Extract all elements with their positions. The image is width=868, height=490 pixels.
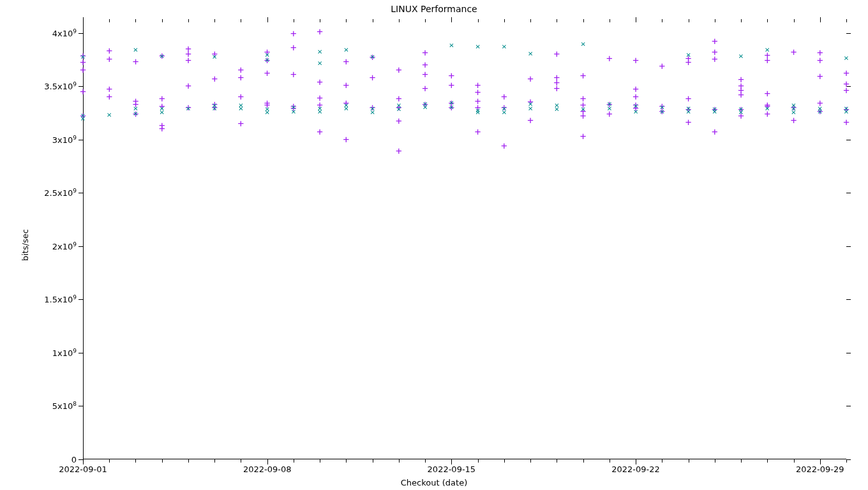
data-point-cross: ×	[423, 99, 428, 107]
data-point-cross: ×	[343, 100, 348, 108]
x-tick	[794, 459, 795, 463]
data-point-cross: ×	[791, 100, 797, 108]
data-point-plus: +	[343, 98, 350, 108]
data-point-plus: +	[211, 100, 218, 110]
data-point-cross: ×	[844, 54, 849, 62]
data-point-plus: +	[527, 115, 534, 126]
x-tick	[610, 19, 610, 22]
y-tick	[846, 193, 851, 193]
data-point-cross: ×	[633, 101, 638, 110]
data-point-plus: +	[159, 124, 165, 134]
data-point-cross: ×	[317, 59, 322, 67]
data-point-plus: +	[791, 115, 797, 126]
x-tick	[294, 459, 294, 463]
data-point-cross: ×	[607, 103, 612, 112]
x-axis-label: Checkout (date)	[0, 478, 868, 487]
data-point-cross: ×	[686, 103, 691, 112]
data-point-plus: +	[817, 107, 823, 117]
data-point-cross: ×	[765, 103, 770, 112]
data-point-cross: ×	[107, 110, 112, 118]
x-tick-label: 2022-09-01	[59, 459, 107, 474]
data-point-cross: ×	[160, 108, 165, 116]
data-point-plus: +	[422, 70, 428, 80]
data-point-plus: +	[106, 46, 112, 56]
data-point-plus: +	[712, 105, 718, 115]
data-point-plus: +	[422, 84, 428, 94]
y-tick-label: 2.5x109	[44, 188, 83, 198]
data-point-cross: ×	[659, 102, 664, 110]
data-point-cross: ×	[265, 108, 270, 116]
x-tick	[794, 19, 795, 22]
data-point-plus: +	[843, 105, 849, 115]
x-tick	[741, 19, 742, 22]
data-point-cross: ×	[317, 107, 322, 115]
data-point-plus: +	[264, 68, 271, 78]
data-point-cross: ×	[239, 103, 244, 112]
data-point-plus: +	[843, 68, 849, 78]
data-point-plus: +	[343, 80, 350, 91]
plot-area: 05x1081x1091.5x1092x1092.5x1093x1093.5x1…	[83, 22, 846, 459]
data-point-cross: ×	[265, 50, 270, 59]
data-point-plus: +	[685, 54, 692, 64]
chart-title: LINUX Performance	[0, 4, 868, 14]
data-point-cross: ×	[265, 105, 270, 113]
y-tick-label: 2x109	[52, 241, 83, 251]
data-point-plus: +	[290, 43, 297, 53]
data-point-plus: +	[475, 96, 481, 107]
data-point-plus: +	[580, 111, 587, 121]
x-tick	[135, 459, 136, 463]
x-tick	[583, 459, 584, 463]
x-tick	[162, 459, 163, 463]
data-point-plus: +	[843, 85, 849, 96]
x-tick	[767, 19, 768, 22]
x-tick	[135, 19, 136, 22]
data-point-cross: ×	[317, 47, 322, 56]
data-point-cross: ×	[712, 107, 717, 115]
x-tick	[399, 459, 400, 463]
x-tick	[741, 459, 742, 463]
data-point-plus: +	[580, 131, 587, 142]
data-point-cross: ×	[160, 51, 165, 59]
y-tick-label: 4x109	[52, 28, 83, 38]
data-point-cross: ×	[844, 103, 849, 112]
x-tick	[504, 459, 505, 463]
data-point-plus: +	[238, 73, 244, 83]
x-tick-label: 2022-09-29	[796, 459, 844, 474]
data-point-plus: +	[422, 60, 428, 70]
data-point-plus: +	[817, 56, 823, 66]
data-point-plus: +	[501, 92, 507, 102]
data-point-plus: +	[106, 92, 112, 102]
data-point-plus: +	[738, 75, 744, 85]
data-point-cross: ×	[502, 108, 507, 116]
data-point-plus: +	[659, 61, 665, 71]
y-tick	[846, 140, 851, 140]
data-point-cross: ×	[686, 50, 691, 59]
data-point-plus: +	[817, 98, 823, 108]
data-point-plus: +	[791, 103, 797, 113]
data-point-plus: +	[396, 116, 402, 126]
data-point-plus: +	[554, 84, 560, 94]
data-point-plus: +	[449, 98, 455, 108]
data-point-cross: ×	[317, 103, 322, 112]
data-point-plus: +	[159, 51, 165, 61]
x-tick	[320, 459, 320, 463]
data-point-plus: +	[580, 107, 587, 117]
data-point-plus: +	[185, 81, 191, 91]
data-point-cross: ×	[659, 107, 664, 115]
data-point-plus: +	[738, 105, 744, 115]
x-tick	[689, 19, 689, 22]
data-point-plus: +	[185, 44, 191, 54]
y-tick-label: 3x109	[52, 135, 83, 145]
y-tick	[846, 299, 851, 300]
x-tick	[214, 19, 215, 22]
x-tick	[162, 19, 163, 22]
data-point-cross: ×	[791, 108, 797, 116]
data-point-plus: +	[422, 100, 428, 110]
x-tick	[820, 17, 821, 22]
x-tick	[346, 19, 347, 22]
x-tick	[610, 459, 610, 463]
data-point-plus: +	[632, 92, 639, 102]
y-tick-label: 3.5x109	[44, 81, 83, 91]
data-point-plus: +	[211, 103, 218, 113]
data-point-cross: ×	[475, 106, 481, 114]
